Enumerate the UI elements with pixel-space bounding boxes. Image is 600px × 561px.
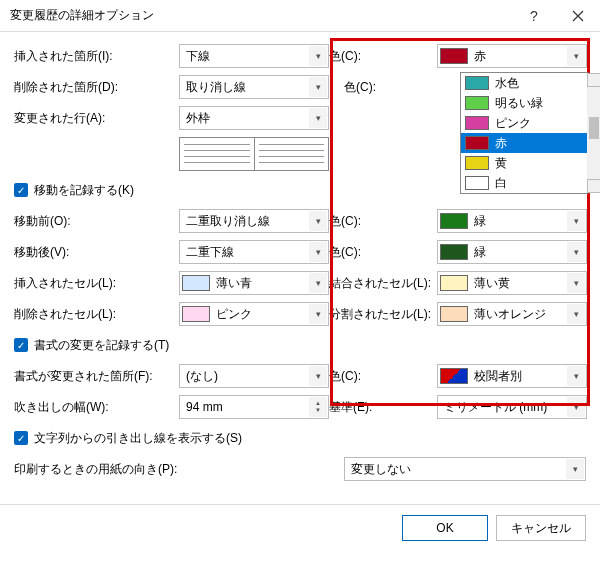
spinner-icon: ▲▼ bbox=[309, 397, 327, 417]
inserted-location-combo[interactable]: 下線 ▾ bbox=[179, 44, 329, 68]
dropdown-item[interactable]: 明るい緑 bbox=[461, 93, 587, 113]
color-swatch-icon bbox=[465, 116, 489, 130]
merged-cell-swatch bbox=[440, 275, 468, 291]
chevron-down-icon: ▾ bbox=[309, 242, 327, 262]
merged-cell-combo[interactable]: 薄い黄 ▾ bbox=[437, 271, 587, 295]
color-label-1: 色(C): bbox=[329, 48, 437, 65]
chevron-down-icon: ▾ bbox=[309, 304, 327, 324]
move-before-combo[interactable]: 二重取り消し線 ▾ bbox=[179, 209, 329, 233]
color-value-5: 校閲者別 bbox=[474, 368, 522, 385]
color-value-3: 緑 bbox=[474, 213, 486, 230]
merged-cell-label: 結合されたセル(L): bbox=[329, 275, 437, 292]
deleted-cell-value: ピンク bbox=[216, 306, 252, 323]
chevron-down-icon: ▾ bbox=[567, 366, 585, 386]
move-after-value: 二重下線 bbox=[186, 244, 234, 261]
color-swatch-icon bbox=[465, 76, 489, 90]
track-format-label: 書式の変更を記録する(T) bbox=[34, 337, 169, 354]
color-label-3: 色(C): bbox=[329, 213, 437, 230]
close-icon bbox=[572, 10, 584, 22]
balloon-width-input[interactable]: 94 mm ▲▼ bbox=[179, 395, 329, 419]
dropdown-item[interactable]: 白 bbox=[461, 173, 587, 193]
deleted-location-combo[interactable]: 取り消し線 ▾ bbox=[179, 75, 329, 99]
split-cell-value: 薄いオレンジ bbox=[474, 306, 546, 323]
chevron-down-icon: ▾ bbox=[567, 273, 585, 293]
balloon-width-value: 94 mm bbox=[186, 400, 223, 414]
ok-button[interactable]: OK bbox=[402, 515, 488, 541]
move-before-label: 移動前(O): bbox=[14, 213, 179, 230]
cancel-button[interactable]: キャンセル bbox=[496, 515, 586, 541]
title-bar: 変更履歴の詳細オプション ? bbox=[0, 0, 600, 32]
chevron-down-icon: ▾ bbox=[309, 273, 327, 293]
chevron-down-icon: ▾ bbox=[567, 211, 585, 231]
track-moves-label: 移動を記録する(K) bbox=[34, 182, 134, 199]
color-label-4: 色(C): bbox=[329, 244, 437, 261]
inserted-cell-label: 挿入されたセル(L): bbox=[14, 275, 179, 292]
track-moves-checkbox[interactable]: ✓ bbox=[14, 183, 28, 197]
scrollbar[interactable]: ▴ ▾ bbox=[587, 73, 600, 193]
inserted-location-label: 挿入された箇所(I): bbox=[14, 48, 179, 65]
split-cell-combo[interactable]: 薄いオレンジ ▾ bbox=[437, 302, 587, 326]
color-swatch-3 bbox=[440, 213, 468, 229]
dropdown-item[interactable]: ピンク bbox=[461, 113, 587, 133]
color-dropdown-list[interactable]: ▴ ▾ 水色明るい緑ピンク赤黄白 bbox=[460, 72, 588, 194]
window-title: 変更履歴の詳細オプション bbox=[10, 7, 512, 24]
scroll-down-icon[interactable]: ▾ bbox=[587, 179, 600, 193]
format-changed-label: 書式が変更された箇所(F): bbox=[14, 368, 179, 385]
paper-orient-combo[interactable]: 変更しない ▾ bbox=[344, 457, 586, 481]
dropdown-item[interactable]: 黄 bbox=[461, 153, 587, 173]
dialog-footer: OK キャンセル bbox=[0, 505, 600, 555]
color-combo-4[interactable]: 緑 ▾ bbox=[437, 240, 587, 264]
color-swatch-4 bbox=[440, 244, 468, 260]
inserted-cell-value: 薄い青 bbox=[216, 275, 252, 292]
chevron-down-icon: ▾ bbox=[567, 46, 585, 66]
deleted-location-value: 取り消し線 bbox=[186, 79, 246, 96]
dropdown-item[interactable]: 水色 bbox=[461, 73, 587, 93]
color-swatch-icon bbox=[465, 136, 489, 150]
dropdown-item-label: 白 bbox=[495, 175, 507, 192]
merged-cell-value: 薄い黄 bbox=[474, 275, 510, 292]
color-value-4: 緑 bbox=[474, 244, 486, 261]
format-changed-combo[interactable]: (なし) ▾ bbox=[179, 364, 329, 388]
color-combo-1[interactable]: 赤 ▾ bbox=[437, 44, 587, 68]
changed-line-label: 変更された行(A): bbox=[14, 110, 179, 127]
show-leader-checkbox[interactable]: ✓ bbox=[14, 431, 28, 445]
chevron-down-icon: ▾ bbox=[567, 242, 585, 262]
paper-orient-label: 印刷するときの用紙の向き(P): bbox=[14, 461, 344, 478]
chevron-down-icon: ▾ bbox=[309, 46, 327, 66]
scroll-up-icon[interactable]: ▴ bbox=[587, 73, 600, 87]
color-combo-3[interactable]: 緑 ▾ bbox=[437, 209, 587, 233]
chevron-down-icon: ▾ bbox=[309, 108, 327, 128]
chevron-down-icon: ▾ bbox=[309, 366, 327, 386]
color-swatch-icon bbox=[465, 176, 489, 190]
scrollbar-thumb[interactable] bbox=[589, 117, 599, 139]
deleted-cell-combo[interactable]: ピンク ▾ bbox=[179, 302, 329, 326]
paper-orient-value: 変更しない bbox=[351, 461, 411, 478]
move-before-value: 二重取り消し線 bbox=[186, 213, 270, 230]
color-value-1: 赤 bbox=[474, 48, 486, 65]
dropdown-item-label: 赤 bbox=[495, 135, 507, 152]
inserted-cell-combo[interactable]: 薄い青 ▾ bbox=[179, 271, 329, 295]
chevron-down-icon: ▾ bbox=[566, 459, 584, 479]
deleted-cell-swatch bbox=[182, 306, 210, 322]
close-button[interactable] bbox=[556, 0, 600, 32]
split-cell-swatch bbox=[440, 306, 468, 322]
help-button[interactable]: ? bbox=[512, 0, 556, 32]
color-label-2: 色(C): bbox=[344, 79, 452, 96]
dropdown-item-label: 水色 bbox=[495, 75, 519, 92]
chevron-down-icon: ▾ bbox=[567, 304, 585, 324]
color-label-5: 色(C): bbox=[329, 368, 437, 385]
changed-line-combo[interactable]: 外枠 ▾ bbox=[179, 106, 329, 130]
format-changed-value: (なし) bbox=[186, 368, 218, 385]
track-format-checkbox[interactable]: ✓ bbox=[14, 338, 28, 352]
dropdown-item[interactable]: 赤 bbox=[461, 133, 587, 153]
move-after-label: 移動後(V): bbox=[14, 244, 179, 261]
move-after-combo[interactable]: 二重下線 ▾ bbox=[179, 240, 329, 264]
chevron-down-icon: ▾ bbox=[567, 397, 585, 417]
measure-value: ミリメートル (mm) bbox=[444, 399, 547, 416]
dropdown-item-label: 明るい緑 bbox=[495, 95, 543, 112]
color-swatch-icon bbox=[465, 96, 489, 110]
balloon-width-label: 吹き出しの幅(W): bbox=[14, 399, 179, 416]
measure-combo[interactable]: ミリメートル (mm) ▾ bbox=[437, 395, 587, 419]
show-leader-label: 文字列からの引き出し線を表示する(S) bbox=[34, 430, 242, 447]
color-combo-5[interactable]: 校閲者別 ▾ bbox=[437, 364, 587, 388]
